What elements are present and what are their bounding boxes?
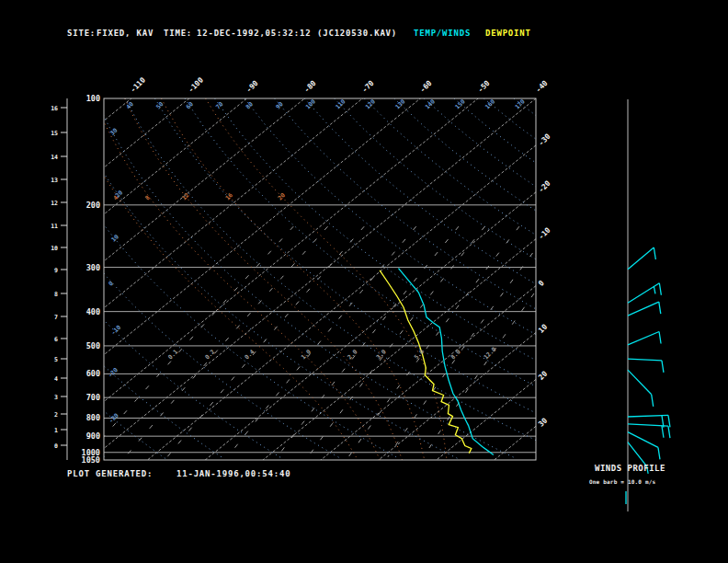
pressure-tick-label: 500 bbox=[86, 341, 100, 350]
dry-adiabat-label: 150 bbox=[454, 98, 467, 110]
height-tick-label: 16 bbox=[51, 105, 58, 112]
wind-barb bbox=[628, 359, 664, 373]
dry-adiabat-label: -20 bbox=[107, 366, 119, 379]
height-tick-label: 10 bbox=[51, 245, 58, 252]
dry-adiabat-label: -10 bbox=[109, 324, 122, 337]
temperature-curve bbox=[399, 269, 494, 455]
pressure-tick-label: 100 bbox=[86, 94, 100, 103]
right-temp-label: -10 bbox=[537, 225, 552, 241]
plot-generated-label: PLOT GENERATED: bbox=[67, 469, 153, 478]
dewpoint-curve bbox=[380, 270, 472, 454]
wind-barb bbox=[628, 302, 661, 316]
mixing-ratio-label: 8.0 bbox=[449, 348, 462, 361]
pressure-tick-label: 800 bbox=[86, 413, 100, 422]
mixing-ratio-lines bbox=[86, 226, 583, 457]
right-temp-label: 10 bbox=[537, 323, 549, 335]
height-tick-label: 3 bbox=[54, 394, 58, 401]
right-temp-label: 0 bbox=[537, 279, 546, 288]
pressure-tick-label: 900 bbox=[86, 431, 100, 441]
right-temp-label: 20 bbox=[537, 370, 549, 382]
winds-profile bbox=[626, 99, 670, 511]
chart-border bbox=[104, 98, 536, 460]
dry-adiabat-label: 110 bbox=[334, 98, 347, 110]
pressure-tick-label: 1050 bbox=[82, 455, 100, 465]
height-tick-label: 6 bbox=[54, 336, 58, 343]
pressure-gridlines bbox=[104, 205, 536, 453]
top-temp-label: -90 bbox=[245, 79, 260, 95]
winds-profile-title: WINDS PROFILE bbox=[595, 464, 665, 473]
top-temp-label: -110 bbox=[129, 75, 147, 94]
mixing-ratio-label: 12.0 bbox=[483, 346, 498, 362]
pressure-tick-label: 300 bbox=[86, 263, 100, 272]
mixing-ratio-label: 2.0 bbox=[347, 348, 359, 361]
dry-adiabat-label: 70 bbox=[214, 100, 224, 110]
height-tick-label: 0 bbox=[54, 442, 58, 450]
wind-barb bbox=[628, 432, 660, 460]
height-tick-label: 2 bbox=[54, 411, 58, 419]
top-temp-label: -50 bbox=[476, 79, 492, 95]
axis-labels: 10020030040050060070080090010001050-110-… bbox=[82, 75, 552, 465]
pressure-tick-label: 400 bbox=[86, 307, 100, 316]
winds-profile-subtitle: One barb = 10.0 m/s bbox=[589, 478, 655, 485]
height-tick-label: 4 bbox=[54, 375, 58, 383]
height-tick-label: 1 bbox=[54, 427, 58, 434]
top-temp-label: -70 bbox=[360, 79, 376, 95]
height-tick-label: 13 bbox=[51, 177, 58, 184]
pressure-tick-label: 600 bbox=[86, 369, 100, 378]
top-temp-label: -80 bbox=[302, 79, 318, 95]
dry-adiabat-label: 120 bbox=[364, 98, 377, 110]
dry-adiabat-label: 130 bbox=[394, 98, 407, 110]
dry-adiabat-label: 170 bbox=[514, 98, 527, 110]
dry-adiabat-label: 80 bbox=[245, 100, 255, 110]
isotherms bbox=[0, 0, 536, 497]
dry-adiabat-label: 140 bbox=[424, 98, 437, 110]
plot-generated-value: 11-JAN-1996,00:54:40 bbox=[176, 469, 290, 478]
moist-adiabat-label: 12 bbox=[180, 191, 190, 201]
mixing-ratio-label: 0.4 bbox=[244, 348, 256, 361]
wind-barb bbox=[628, 331, 661, 344]
dry-adiabat-label: 100 bbox=[304, 98, 317, 110]
top-temp-label: -40 bbox=[534, 79, 550, 95]
top-temp-label: -60 bbox=[418, 79, 434, 95]
dry-adiabat-label: 160 bbox=[483, 98, 496, 110]
mixing-ratio-label: 0.2 bbox=[204, 348, 217, 361]
pressure-tick-label: 200 bbox=[86, 201, 100, 210]
mixing-ratio-label: 1.0 bbox=[300, 348, 313, 361]
height-tick-label: 7 bbox=[54, 314, 58, 321]
mixing-ratio-label: 0.1 bbox=[166, 348, 179, 361]
wind-barb bbox=[628, 370, 654, 407]
mixing-ratio-label: 3.0 bbox=[375, 348, 388, 361]
height-axis: 012345678910111213141516 bbox=[51, 98, 67, 460]
top-temp-label: -100 bbox=[187, 75, 205, 94]
sounding-curves bbox=[380, 269, 494, 455]
height-tick-label: 12 bbox=[51, 200, 58, 207]
wind-barb bbox=[628, 247, 655, 270]
height-tick-label: 5 bbox=[54, 356, 58, 363]
right-temp-label: -20 bbox=[537, 179, 552, 195]
dry-adiabat-label: 30 bbox=[108, 127, 119, 137]
right-temp-label: -30 bbox=[537, 132, 552, 148]
height-tick-label: 9 bbox=[54, 267, 58, 274]
dry-adiabat-label: -30 bbox=[108, 412, 120, 425]
height-tick-label: 11 bbox=[51, 223, 58, 230]
dry-adiabat-label: 60 bbox=[185, 100, 195, 110]
wind-barb bbox=[628, 283, 661, 303]
dry-adiabat-label: 50 bbox=[154, 100, 165, 110]
pressure-tick-label: 700 bbox=[86, 393, 100, 402]
height-tick-label: 15 bbox=[51, 130, 58, 137]
height-tick-label: 14 bbox=[51, 154, 58, 161]
dry-adiabats bbox=[0, 98, 728, 458]
height-tick-label: 8 bbox=[54, 291, 58, 298]
skewt-app-window: SITE: FIXED, KAV TIME: 12-DEC-1992,05:32… bbox=[0, 0, 728, 563]
right-temp-label: 30 bbox=[537, 416, 549, 428]
